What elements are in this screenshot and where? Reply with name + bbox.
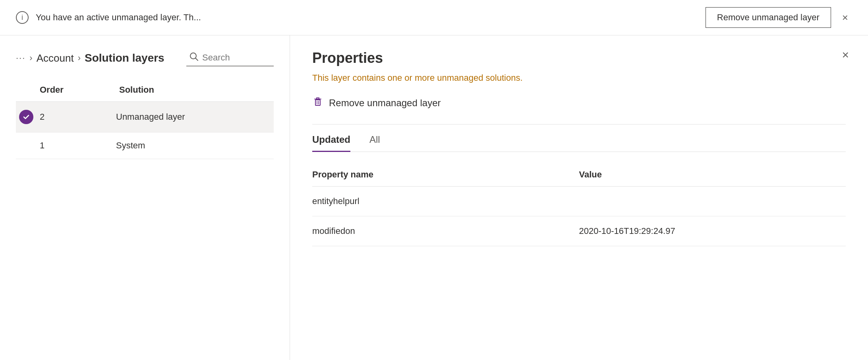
notification-text: You have an active unmanaged layer. Th..… (36, 12, 698, 23)
tabs-row: Updated All (312, 134, 846, 152)
row-solution-value: Unmanaged layer (116, 112, 185, 122)
breadcrumb-row: ··· › Account › Solution layers (0, 35, 290, 74)
properties-table: Property name Value entityhelpurl modifi… (312, 163, 846, 246)
trash-icon (312, 96, 323, 110)
row-check-icon (16, 110, 37, 124)
breadcrumb-more-button[interactable]: ··· (16, 53, 25, 63)
property-row: modifiedon 2020-10-16T19:29:24.97 (312, 216, 846, 246)
info-icon: i (16, 11, 29, 24)
table-header: Order Solution (16, 78, 274, 102)
main-area: ··· › Account › Solution layers Order So… (0, 35, 868, 360)
search-input[interactable] (202, 53, 266, 63)
svg-point-0 (190, 53, 196, 59)
tab-updated[interactable]: Updated (312, 134, 350, 152)
svg-rect-2 (315, 100, 320, 105)
property-row: entityhelpurl (312, 187, 846, 216)
search-icon (189, 52, 198, 63)
left-panel: ··· › Account › Solution layers Order So… (0, 35, 290, 360)
property-name: entityhelpurl (312, 196, 579, 206)
panel-divider (312, 124, 846, 125)
panel-remove-button[interactable]: Remove unmanaged layer (312, 96, 846, 110)
column-solution-header: Solution (119, 85, 154, 95)
row-solution-value: System (116, 140, 145, 151)
property-name-header: Property name (312, 169, 579, 180)
props-header-row: Property name Value (312, 163, 846, 187)
notification-close-button[interactable]: × (838, 10, 852, 25)
panel-title: Properties (312, 50, 846, 66)
panel-remove-label: Remove unmanaged layer (329, 97, 441, 109)
check-circle (19, 110, 33, 124)
row-order-value: 2 (37, 112, 116, 122)
properties-panel: × Properties This layer contains one or … (290, 35, 868, 360)
breadcrumb-account-link[interactable]: Account (37, 52, 74, 64)
notification-bar: i You have an active unmanaged layer. Th… (0, 0, 868, 35)
property-value-header: Value (579, 169, 602, 180)
table-row[interactable]: 2 Unmanaged layer (16, 102, 274, 132)
panel-subtitle: This layer contains one or more unmanage… (312, 73, 846, 83)
row-order-value: 1 (37, 140, 116, 151)
panel-close-button[interactable]: × (842, 48, 849, 62)
breadcrumb-chevron-icon: › (29, 53, 32, 63)
property-name: modifiedon (312, 226, 579, 236)
tab-all[interactable]: All (369, 134, 380, 152)
remove-unmanaged-button[interactable]: Remove unmanaged layer (706, 7, 831, 28)
table-row[interactable]: 1 System (16, 132, 274, 159)
breadcrumb-separator-icon: › (78, 53, 81, 63)
search-area (186, 50, 274, 66)
breadcrumb-current-page: Solution layers (85, 52, 164, 64)
table-area: Order Solution 2 Unmanaged layer 1 (0, 74, 290, 360)
svg-line-1 (196, 58, 198, 61)
property-value: 2020-10-16T19:29:24.97 (579, 226, 675, 236)
column-order-header: Order (40, 85, 119, 95)
